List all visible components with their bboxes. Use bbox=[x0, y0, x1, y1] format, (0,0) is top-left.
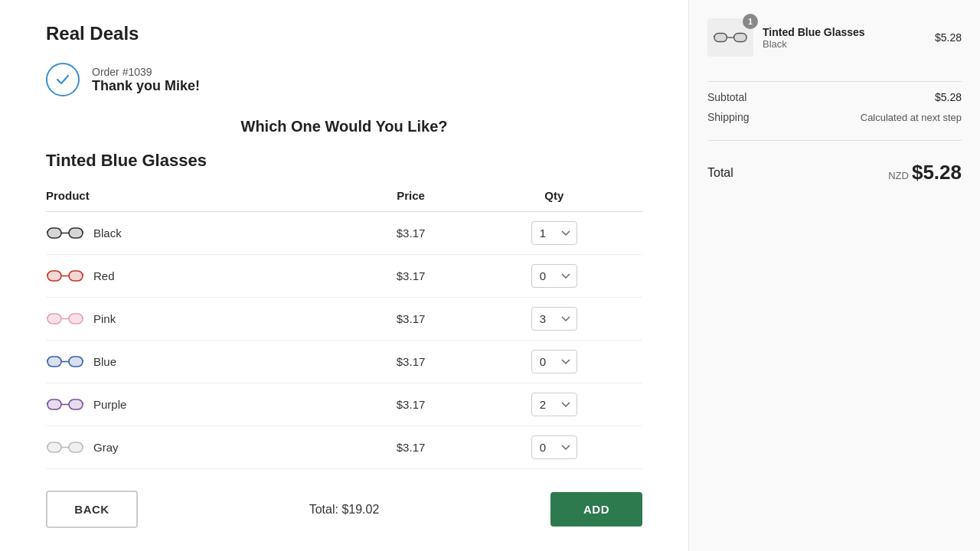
product-color-name: Black bbox=[93, 227, 122, 240]
table-row: Black $3.17012345678910 bbox=[46, 212, 642, 255]
svg-rect-11 bbox=[69, 314, 83, 324]
product-table: Product Price Qty Black $3.1701 bbox=[46, 183, 642, 469]
product-color-name: Purple bbox=[93, 398, 126, 411]
qty-cell: 012345678910 bbox=[466, 298, 642, 341]
product-cell: Blue bbox=[46, 350, 355, 373]
divider-1 bbox=[707, 81, 962, 82]
svg-rect-10 bbox=[47, 314, 61, 324]
subtotal-value: $5.28 bbox=[935, 91, 962, 103]
glasses-icon bbox=[46, 350, 84, 373]
product-cell: Pink bbox=[46, 308, 355, 331]
product-color-name: Red bbox=[93, 269, 115, 282]
table-row: Blue $3.17012345678910 bbox=[46, 341, 642, 383]
qty-select[interactable]: 012345678910 bbox=[531, 221, 577, 245]
price-cell: $3.17 bbox=[355, 383, 466, 426]
price-cell: $3.17 bbox=[355, 341, 466, 383]
svg-rect-20 bbox=[47, 399, 61, 409]
bottom-bar: BACK Total: $19.02 ADD bbox=[46, 491, 642, 528]
cart-item: 1 Tinted Blue Glasses Black $5.28 bbox=[707, 18, 962, 57]
order-total-text: Total: $19.02 bbox=[156, 503, 532, 517]
product-color-name: Pink bbox=[93, 312, 116, 325]
svg-rect-31 bbox=[734, 34, 747, 42]
qty-select[interactable]: 012345678910 bbox=[531, 393, 577, 416]
total-label: Total bbox=[707, 166, 733, 180]
price-cell: $3.17 bbox=[355, 212, 466, 255]
subtotal-label: Subtotal bbox=[707, 91, 746, 103]
thank-you-message: Thank you Mike! bbox=[92, 78, 200, 94]
product-cell: Gray bbox=[46, 436, 355, 459]
price-cell: $3.17 bbox=[355, 298, 466, 341]
total-row: Total NZD $5.28 bbox=[707, 161, 962, 184]
glasses-icon bbox=[46, 222, 84, 245]
total-amount: NZD $5.28 bbox=[888, 161, 962, 184]
qty-select[interactable]: 012345678910 bbox=[531, 350, 577, 373]
table-row: Purple $3.17012345678910 bbox=[46, 383, 642, 426]
table-row: Red $3.17012345678910 bbox=[46, 255, 642, 298]
svg-rect-0 bbox=[47, 228, 61, 238]
product-cell: Black bbox=[46, 222, 355, 245]
svg-rect-26 bbox=[69, 442, 83, 452]
back-button[interactable]: BACK bbox=[46, 491, 138, 528]
shipping-label: Shipping bbox=[707, 111, 750, 123]
col-header-price: Price bbox=[355, 183, 466, 212]
qty-cell: 012345678910 bbox=[466, 426, 642, 469]
subtotal-row: Subtotal $5.28 bbox=[707, 91, 962, 103]
cart-item-price: $5.28 bbox=[935, 31, 962, 44]
glasses-icon bbox=[46, 265, 84, 288]
left-panel: Real Deals Order #1039 Thank you Mike! W… bbox=[0, 0, 689, 551]
svg-rect-25 bbox=[47, 442, 61, 452]
svg-rect-21 bbox=[69, 399, 83, 409]
cart-badge: 1 bbox=[743, 14, 758, 29]
glasses-icon bbox=[46, 393, 84, 416]
table-row: Gray $3.17012345678910 bbox=[46, 426, 642, 469]
add-button[interactable]: ADD bbox=[550, 492, 642, 527]
total-currency: NZD bbox=[888, 170, 909, 181]
cart-item-info: Tinted Blue Glasses Black bbox=[763, 26, 926, 50]
qty-select[interactable]: 012345678910 bbox=[531, 307, 577, 331]
qty-cell: 012345678910 bbox=[466, 255, 642, 298]
divider-2 bbox=[707, 140, 962, 141]
svg-line-33 bbox=[714, 36, 714, 37]
order-confirmation: Order #1039 Thank you Mike! bbox=[46, 63, 642, 96]
product-cell: Purple bbox=[46, 393, 355, 416]
cart-item-name: Tinted Blue Glasses bbox=[763, 26, 926, 38]
order-text: Order #1039 Thank you Mike! bbox=[92, 66, 200, 94]
product-color-name: Blue bbox=[93, 355, 116, 368]
qty-cell: 012345678910 bbox=[466, 341, 642, 383]
store-title: Real Deals bbox=[46, 23, 642, 44]
product-color-name: Gray bbox=[93, 441, 119, 454]
price-cell: $3.17 bbox=[355, 426, 466, 469]
product-cell: Red bbox=[46, 265, 355, 288]
right-panel: 1 Tinted Blue Glasses Black $5.28 Subtot… bbox=[689, 0, 980, 551]
upsell-prompt: Which One Would You Like? bbox=[46, 118, 642, 135]
table-row: Pink $3.17012345678910 bbox=[46, 298, 642, 341]
price-cell: $3.17 bbox=[355, 255, 466, 298]
cart-item-variant: Black bbox=[763, 38, 926, 50]
col-header-product: Product bbox=[46, 183, 355, 212]
qty-select[interactable]: 012345678910 bbox=[531, 264, 577, 288]
shipping-row: Shipping Calculated at next step bbox=[707, 111, 962, 123]
svg-rect-1 bbox=[69, 228, 83, 238]
shipping-value: Calculated at next step bbox=[861, 112, 962, 123]
col-header-qty: Qty bbox=[466, 183, 642, 212]
qty-select[interactable]: 012345678910 bbox=[531, 435, 577, 459]
check-circle-icon bbox=[46, 63, 80, 96]
svg-rect-16 bbox=[69, 357, 83, 367]
svg-rect-30 bbox=[714, 34, 727, 42]
qty-cell: 012345678910 bbox=[466, 383, 642, 426]
svg-rect-5 bbox=[47, 271, 61, 281]
cart-item-image: 1 bbox=[707, 18, 753, 57]
qty-cell: 012345678910 bbox=[466, 212, 642, 255]
total-price: $5.28 bbox=[912, 161, 962, 184]
svg-rect-6 bbox=[69, 271, 83, 281]
glasses-icon bbox=[46, 308, 84, 331]
order-number: Order #1039 bbox=[92, 66, 200, 78]
product-heading: Tinted Blue Glasses bbox=[46, 151, 642, 171]
glasses-icon bbox=[46, 436, 84, 459]
svg-rect-15 bbox=[47, 357, 61, 367]
